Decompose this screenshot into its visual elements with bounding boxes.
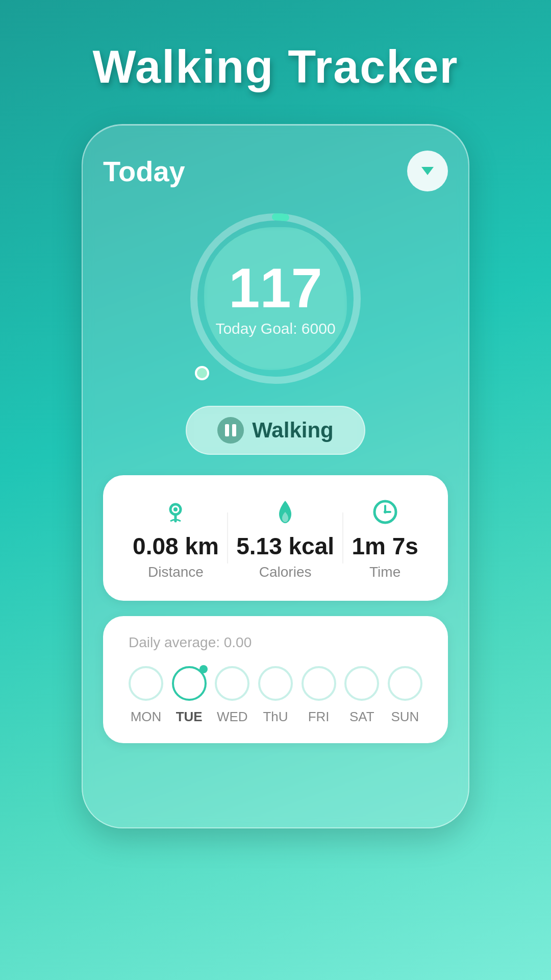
app-title: Walking Tracker [93, 41, 459, 93]
weekly-card: Daily average: 0.00 MON TUE WED ThU FRI [103, 616, 448, 743]
day-mon[interactable]: MON [129, 666, 163, 725]
stat-divider-2 [342, 512, 343, 564]
day-circle-sat [344, 666, 379, 701]
progress-dot-indicator [195, 366, 209, 380]
distance-value: 0.08 km [133, 532, 219, 560]
blob-shape: 117 Today Goal: 6000 [204, 227, 347, 370]
day-wed[interactable]: WED [215, 666, 249, 725]
location-icon [159, 496, 192, 528]
time-label: Time [369, 564, 400, 580]
progress-ring-container: 117 Today Goal: 6000 [184, 207, 367, 390]
pause-bars [225, 424, 236, 436]
day-circle-wed [215, 666, 249, 701]
svg-marker-0 [421, 167, 434, 175]
stat-distance: 0.08 km Distance [133, 496, 219, 580]
day-fri[interactable]: FRI [302, 666, 336, 725]
day-tue[interactable]: TUE [172, 666, 207, 725]
phone-frame: Today 117 Today Goal: 6000 Wal [82, 124, 469, 828]
day-name-tue: TUE [176, 709, 203, 725]
week-days: MON TUE WED ThU FRI SAT [129, 666, 422, 725]
walking-button-label: Walking [252, 418, 333, 443]
stat-calories: 5.13 kcal Calories [236, 496, 334, 580]
dropdown-button[interactable] [407, 151, 448, 191]
distance-label: Distance [148, 564, 204, 580]
day-name-sat: SAT [349, 709, 374, 725]
pause-bar-left [225, 424, 229, 436]
day-circle-thu [258, 666, 293, 701]
today-label: Today [103, 155, 185, 188]
stats-card: 0.08 km Distance 5.13 kcal Calories [103, 475, 448, 601]
step-count: 117 [229, 260, 322, 316]
pause-icon [217, 417, 244, 444]
time-value: 1m 7s [352, 532, 418, 560]
stat-time: 1m 7s Time [352, 496, 418, 580]
blob-inner: 117 Today Goal: 6000 [204, 227, 347, 370]
walking-button[interactable]: Walking [186, 406, 365, 455]
pause-bar-right [232, 424, 236, 436]
day-name-sun: SUN [391, 709, 419, 725]
stat-divider-1 [227, 512, 228, 564]
day-circle-mon [129, 666, 163, 701]
top-bar: Today [103, 151, 448, 191]
svg-point-8 [384, 510, 387, 513]
day-name-wed: WED [217, 709, 248, 725]
calories-value: 5.13 kcal [236, 532, 334, 560]
day-name-mon: MON [131, 709, 162, 725]
svg-point-4 [173, 507, 178, 511]
day-sun[interactable]: SUN [388, 666, 422, 725]
day-circle-tue [172, 666, 207, 701]
calories-label: Calories [259, 564, 312, 580]
day-circle-sun [388, 666, 422, 701]
goal-label: Today Goal: 6000 [215, 320, 335, 337]
day-name-fri: FRI [308, 709, 330, 725]
daily-average-label: Daily average: 0.00 [129, 634, 422, 651]
day-circle-fri [302, 666, 336, 701]
chevron-down-icon [417, 161, 438, 181]
flame-icon [269, 496, 302, 528]
day-thu[interactable]: ThU [258, 666, 293, 725]
clock-icon [369, 496, 402, 528]
day-sat[interactable]: SAT [344, 666, 379, 725]
day-name-thu: ThU [263, 709, 288, 725]
